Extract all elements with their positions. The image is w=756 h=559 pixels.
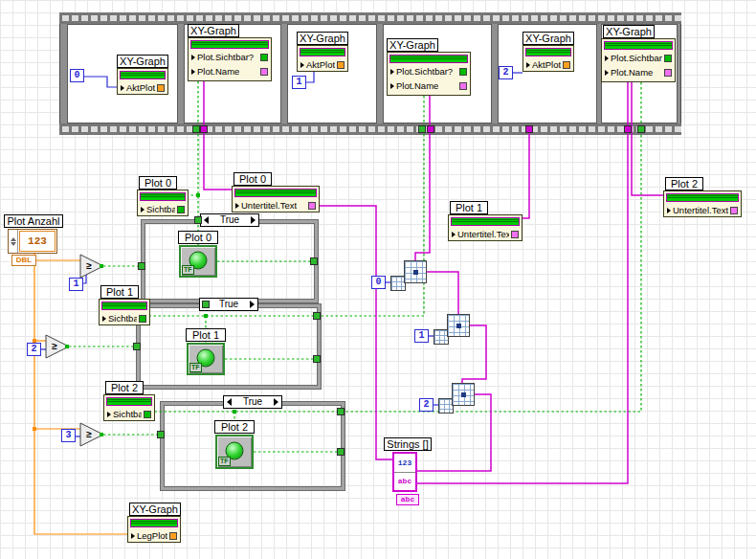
property-node-plot1-sichtbar[interactable]: Sichtbar [99,299,150,325]
property-node-plot1-untertitel[interactable]: Untertitel.Text [448,214,523,241]
boolean-led-plot1[interactable]: TF [187,343,225,375]
increment-decrement-icon[interactable] [9,230,18,253]
strings-array-label[interactable]: Strings [] [384,437,432,451]
tunnel[interactable] [637,125,645,133]
tunnel[interactable] [624,125,632,133]
plot1-label[interactable]: Plot 1 [100,285,139,299]
property-item[interactable]: AktPlot [524,57,572,72]
tunnel[interactable] [313,312,321,320]
plot-anzahl-label[interactable]: Plot Anzahl [4,214,63,228]
numeric-constant[interactable]: 0 [70,69,84,82]
property-node-legplots[interactable]: LegPlots [127,516,181,543]
wire-name2-strings[interactable] [417,82,628,483]
property-item[interactable]: Sichtbar [105,407,153,421]
property-item[interactable]: AktPlot [119,80,167,95]
tunnel[interactable] [192,125,200,133]
property-node-aktplot-2[interactable]: AktPlot [297,45,348,72]
case-selector-value[interactable]: True [220,214,239,226]
property-item[interactable]: Plot.Sichtbar? [389,64,469,78]
property-node-plot-read-1[interactable]: Plot.Sichtbar? Plot.Name [188,37,272,81]
wire-name1-array[interactable] [415,96,430,260]
xy-graph-label[interactable]: XY-Graph [523,32,574,45]
tunnel[interactable] [200,125,208,133]
wire-junction[interactable] [233,410,236,414]
numeric-constant[interactable]: 2 [27,343,41,356]
next-case-icon[interactable] [274,398,278,406]
numeric-constant[interactable]: 3 [61,429,76,442]
next-case-icon[interactable] [251,216,256,224]
property-item[interactable]: Untertitel.Text [450,227,521,241]
numeric-constant[interactable]: 1 [292,76,306,89]
case-selector-terminal[interactable] [157,431,165,438]
wire-name0-subtitle[interactable] [204,81,232,190]
property-node-plot2-sichtbar[interactable]: Sichtbar [103,394,155,421]
prev-case-icon[interactable] [204,216,209,224]
wire-junction[interactable] [204,314,208,318]
wire-const1-aktplot[interactable] [306,72,314,82]
led-plot0-label[interactable]: Plot 0 [178,231,218,244]
tunnel[interactable] [202,301,210,308]
tunnel[interactable] [525,125,533,133]
property-item[interactable]: LegPlots [129,528,179,543]
plot2-label[interactable]: Plot 2 [105,381,144,394]
wire-name1-subtitle[interactable] [523,131,529,218]
plot0-label[interactable]: Plot 0 [233,172,272,186]
replace-array-subset-node-2[interactable] [447,314,470,337]
index-constant[interactable]: 2 [419,398,434,412]
wire-const0-aktplot[interactable] [84,77,117,87]
plot0-label[interactable]: Plot 0 [139,176,177,190]
xy-graph-label[interactable]: XY-Graph [117,55,168,68]
replace-array-subset-node-1[interactable] [404,260,427,283]
wire-junction[interactable] [33,427,36,431]
replace-array-subset-node-3[interactable] [452,383,475,406]
case-selector-3[interactable]: True [223,395,282,409]
cmp2-output-terminal[interactable] [65,345,69,348]
numeric-constant[interactable]: 2 [499,66,513,79]
property-item[interactable]: Untertitel.Text [665,203,740,217]
boolean-led-plot0[interactable]: TF [179,245,217,278]
case-selector-value[interactable]: True [219,299,238,310]
property-item[interactable]: Plot.Sichtbar? [189,50,270,64]
property-node-aktplot-3[interactable]: AktPlot [523,45,574,72]
led-plot1-label[interactable]: Plot 1 [186,328,226,342]
property-node-plot0-sichtbar[interactable]: Sichtbar [137,190,189,216]
plot1-label[interactable]: Plot 1 [450,201,488,214]
property-node-plot2-untertitel[interactable]: Untertitel.Text [663,190,742,217]
tunnel[interactable] [418,125,426,133]
prev-case-icon[interactable] [227,398,232,406]
property-node-plot-read-3[interactable]: Plot.Sichtbar? Plot.Name [601,38,676,82]
property-item[interactable]: Sichtbar [100,311,148,325]
tunnel[interactable] [427,125,434,133]
tunnel[interactable] [310,257,318,265]
property-node-aktplot-1[interactable]: AktPlot [117,68,168,95]
boolean-led-plot2[interactable]: TF [215,435,254,469]
tunnel[interactable] [194,216,202,224]
case-selector-terminal[interactable] [133,343,141,350]
numeric-constant[interactable]: 1 [69,278,83,291]
tunnel[interactable] [337,448,345,456]
cmp3-output-terminal[interactable] [100,433,103,436]
index-constant[interactable]: 0 [371,276,386,289]
xy-graph-label[interactable]: XY-Graph [603,25,655,38]
property-item[interactable]: Untertitel.Text [233,198,318,212]
led-plot2-label[interactable]: Plot 2 [214,420,255,434]
xy-graph-label[interactable]: XY-Graph [188,24,239,37]
case-selector-value[interactable]: True [243,396,262,408]
plot2-label[interactable]: Plot 2 [665,177,703,190]
wire-subtitle0-strings[interactable] [320,206,392,459]
xy-graph-label[interactable]: XY-Graph [387,38,438,52]
strings-array-node[interactable]: 123 abc [392,452,417,492]
property-item[interactable]: Sichtbar [139,202,187,216]
index-constant[interactable]: 1 [414,329,429,343]
property-item[interactable]: Plot.Name [389,78,469,93]
next-case-icon[interactable] [250,301,255,308]
wire-array1-array2[interactable] [427,272,458,314]
property-item[interactable]: Plot.Name [189,64,270,78]
xy-graph-label[interactable]: XY-Graph [129,503,181,516]
cmp1-output-terminal[interactable] [100,264,103,268]
property-item[interactable]: AktPlot [299,57,346,72]
property-item[interactable]: Plot.Name [603,65,674,79]
wire-junction[interactable] [196,193,200,197]
numeric-control-plot-anzahl[interactable]: 123 [8,229,57,254]
property-node-plot0-untertitel[interactable]: Untertitel.Text [232,186,320,212]
